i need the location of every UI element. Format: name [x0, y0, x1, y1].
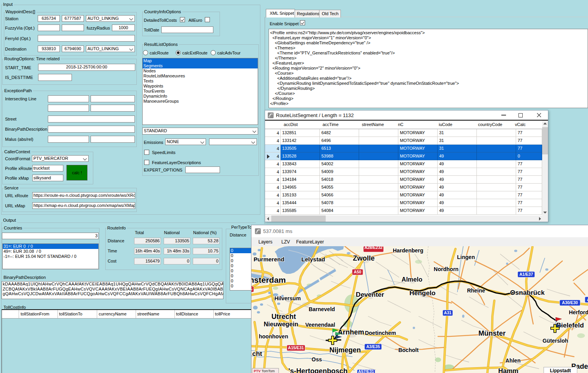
- svg-text:hoonhoven: hoonhoven: [259, 333, 288, 340]
- svg-text:Münster: Münster: [478, 329, 506, 337]
- svg-text:Purmerend: Purmerend: [253, 256, 284, 263]
- svg-text:Ahlen: Ahlen: [506, 357, 521, 364]
- svg-text:5: 5: [251, 287, 253, 291]
- svg-text:A15/E31: A15/E31: [288, 345, 304, 350]
- svg-text:Hengelo: Hengelo: [409, 289, 435, 297]
- svg-text:Nordhorn: Nordhorn: [434, 266, 459, 272]
- svg-text:Doetinchem: Doetinchem: [365, 330, 396, 336]
- svg-text:A1/E37: A1/E37: [519, 272, 533, 277]
- svg-text:Deventer: Deventer: [356, 291, 384, 298]
- svg-text:A3/E35: A3/E35: [366, 344, 380, 349]
- svg-text:Amsterdam: Amsterdam: [251, 275, 286, 284]
- svg-text:Hilversum: Hilversum: [274, 295, 301, 301]
- svg-text:TomTom: TomTom: [262, 369, 275, 373]
- svg-text:Veenendaal: Veenendaal: [305, 322, 335, 328]
- svg-text:A31: A31: [444, 310, 451, 315]
- svg-text:Bocholt: Bocholt: [398, 347, 419, 353]
- svg-text:Hardenberg: Hardenberg: [393, 247, 424, 254]
- svg-text:Lelystad: Lelystad: [302, 256, 325, 263]
- svg-text:A30/E30: A30/E30: [562, 300, 578, 305]
- svg-text:A57/E31: A57/E31: [358, 369, 374, 373]
- svg-text:Utrecht: Utrecht: [271, 313, 296, 320]
- svg-text:Zwolle: Zwolle: [353, 254, 375, 262]
- svg-text:A28/E232: A28/E232: [365, 246, 383, 250]
- svg-text:'s-Hertogenbosch: 's-Hertogenbosch: [288, 367, 347, 373]
- svg-text:Almelo: Almelo: [401, 276, 422, 283]
- svg-text:Lingen: Lingen: [457, 254, 475, 260]
- svg-text:Hamm: Hamm: [498, 367, 518, 373]
- svg-text:Nieuwegein: Nieuwegein: [264, 321, 298, 327]
- svg-text:Rheine: Rheine: [467, 287, 485, 294]
- svg-text:Oss: Oss: [312, 356, 322, 362]
- svg-text:Gütersloh: Gütersloh: [543, 338, 568, 344]
- svg-text:Arnhem: Arnhem: [338, 328, 364, 336]
- svg-text:Nijmegen: Nijmegen: [329, 346, 361, 354]
- svg-text:cht: cht: [252, 350, 262, 357]
- svg-text:A50: A50: [354, 270, 361, 274]
- svg-text:Osnabrück: Osnabrück: [510, 289, 545, 296]
- svg-text:PTV: PTV: [254, 369, 261, 373]
- svg-text:Barneveld: Barneveld: [309, 306, 335, 312]
- svg-text:Herford: Herford: [569, 309, 588, 315]
- svg-text:Lippstadt: Lippstadt: [550, 368, 571, 373]
